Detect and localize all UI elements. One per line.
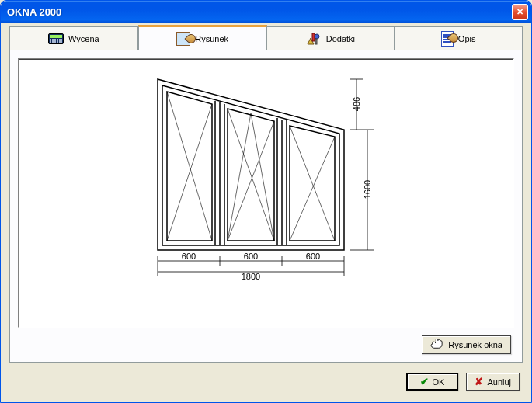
- tab-label: Rysunek: [195, 34, 228, 43]
- tab-row: Wycena Rysunek Dodatki Opis: [9, 26, 523, 51]
- dim-width-total: 1800: [241, 272, 259, 281]
- tab-panel: 600 600 600 1800 486 1600: [9, 50, 523, 363]
- window-drawing: 600 600 600 1800 486 1600: [142, 71, 391, 304]
- ok-button[interactable]: ✔ OK: [406, 373, 459, 391]
- x-icon: ✘: [475, 376, 483, 387]
- drawing-canvas: 600 600 600 1800 486 1600: [18, 58, 514, 328]
- button-label: Rysunek okna: [448, 340, 502, 349]
- calculator-icon: [48, 33, 64, 44]
- dim-height-main: 1600: [363, 179, 372, 198]
- tab-label: Dodatki: [326, 34, 355, 43]
- tab-rysunek[interactable]: Rysunek: [138, 25, 267, 51]
- dim-width-3: 600: [305, 252, 319, 261]
- button-label: Aunluj: [487, 377, 511, 387]
- hand-pointer-icon: [430, 339, 444, 351]
- rysunek-okna-button[interactable]: Rysunek okna: [422, 335, 511, 354]
- dim-height-delta: 486: [352, 96, 361, 110]
- svg-rect-2: [315, 39, 317, 44]
- panel-buttons: Rysunek okna: [422, 335, 511, 354]
- app-window: OKNA 2000 ✕ Wycena Rysunek Dodatki: [0, 0, 532, 403]
- close-button[interactable]: ✕: [512, 4, 528, 20]
- close-icon: ✕: [516, 7, 523, 17]
- tab-label: Wycena: [68, 34, 99, 43]
- window-drawing-icon: [176, 32, 190, 46]
- tab-dodatki[interactable]: Dodatki: [267, 26, 395, 51]
- window-title: OKNA 2000: [7, 6, 512, 18]
- client-area: Wycena Rysunek Dodatki Opis: [3, 23, 529, 400]
- button-label: OK: [433, 377, 445, 387]
- svg-rect-0: [312, 33, 315, 41]
- titlebar: OKNA 2000 ✕: [1, 1, 531, 23]
- svg-point-1: [315, 34, 319, 39]
- dim-width-1: 600: [181, 252, 195, 261]
- check-icon: ✔: [420, 376, 429, 387]
- dim-width-2: 600: [243, 252, 257, 261]
- cancel-button[interactable]: ✘ Aunluj: [466, 373, 520, 391]
- tab-wycena[interactable]: Wycena: [9, 26, 138, 51]
- dialog-buttons: ✔ OK ✘ Aunluj: [406, 373, 520, 391]
- document-icon: [441, 31, 454, 47]
- tools-icon: [306, 32, 322, 46]
- tab-opis[interactable]: Opis: [395, 26, 523, 51]
- tab-label: Opis: [458, 34, 476, 43]
- svg-marker-3: [158, 79, 344, 250]
